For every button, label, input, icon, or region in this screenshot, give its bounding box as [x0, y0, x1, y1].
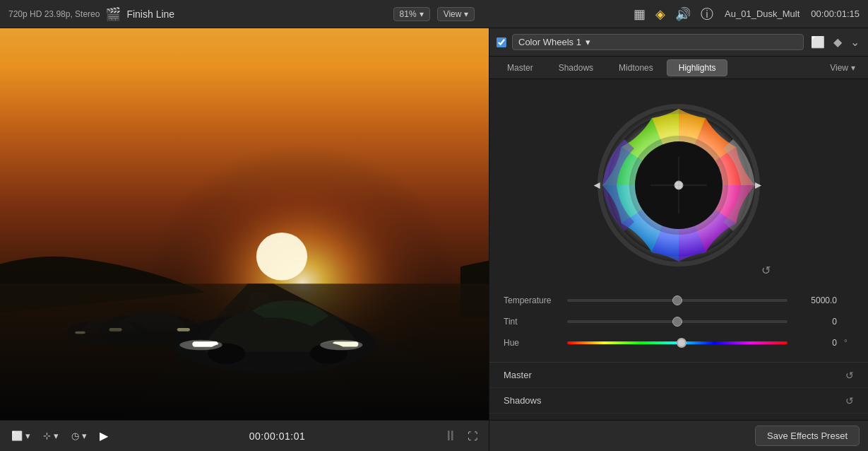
film-icon: 🎬 — [105, 6, 121, 22]
effect-dropdown-chevron: ▾ — [585, 37, 590, 47]
svg-rect-14 — [75, 332, 85, 334]
top-bar: 720p HD 23.98p, Stereo 🎬 Finish Line 81%… — [0, 0, 868, 28]
svg-text:◂: ◂ — [593, 179, 600, 191]
section-row-shadows[interactable]: Shadows ↺ — [489, 388, 868, 414]
play-button[interactable]: ▶ — [97, 428, 111, 444]
save-effects-preset-button[interactable]: Save Effects Preset — [755, 426, 860, 446]
shadows-section-label: Shadows — [504, 395, 845, 406]
svg-text:▸: ▸ — [755, 179, 762, 191]
car-scene-svg — [0, 28, 489, 420]
main-content: ⬜ ▾ ⊹ ▾ ◷ ▾ ▶ 00:00:01:01 ⏸ ⛶ — [0, 28, 868, 451]
effect-name-label: Color Wheels 1 — [518, 37, 581, 47]
effect-actions: ⬜ ◆ ⌄ — [809, 34, 861, 50]
tint-row: Tint 0 — [504, 311, 854, 332]
bottom-bar: Save Effects Preset — [489, 420, 868, 451]
video-controls: ⬜ ▾ ⊹ ▾ ◷ ▾ ▶ 00:00:01:01 ⏸ ⛶ — [0, 420, 489, 451]
color-wheel-container: ◂ ▸ ↺ — [489, 79, 868, 284]
effect-diamond-btn[interactable]: ◆ — [832, 34, 843, 50]
top-bar-right: ▦ ◈ 🔊 ⓘ Au_01_Dusk_Mult 00:00:01:15 — [576, 6, 860, 23]
master-reset-button[interactable]: ↺ — [845, 370, 854, 381]
fullscreen-button[interactable]: ⛶ — [465, 429, 480, 443]
tab-master[interactable]: Master — [495, 59, 545, 76]
top-bar-left: 720p HD 23.98p, Stereo 🎬 Finish Line — [8, 6, 292, 22]
color-wheel-svg[interactable]: ◂ ▸ — [587, 93, 771, 277]
effect-enable-checkbox[interactable] — [497, 37, 506, 47]
sliders-area: Temperature 5000.0 Tint 0 Hue — [489, 284, 868, 362]
zoom-chevron-icon: ▾ — [420, 9, 424, 19]
tab-shadows[interactable]: Shadows — [547, 59, 605, 76]
video-panel: ⬜ ▾ ⊹ ▾ ◷ ▾ ▶ 00:00:01:01 ⏸ ⛶ — [0, 28, 489, 451]
svg-rect-12 — [177, 328, 190, 332]
transform-chevron: ▾ — [54, 430, 59, 441]
play-icon: ▶ — [100, 429, 108, 443]
tab-midtones[interactable]: Midtones — [607, 59, 665, 76]
tint-thumb[interactable] — [672, 317, 682, 327]
temperature-thumb[interactable] — [672, 295, 682, 305]
tab-highlights[interactable]: Highlights — [667, 59, 728, 76]
speed-chevron: ▾ — [82, 430, 87, 441]
temperature-track[interactable] — [567, 299, 787, 302]
master-section-label: Master — [504, 370, 845, 380]
view-control[interactable]: View ▾ — [437, 7, 475, 21]
project-name: Finish Line — [126, 8, 174, 20]
shadows-reset-button[interactable]: ↺ — [845, 395, 854, 406]
section-row-master[interactable]: Master ↺ — [489, 363, 868, 388]
svg-point-16 — [320, 340, 362, 350]
zoom-value: 81% — [400, 9, 417, 19]
svg-point-15 — [179, 340, 222, 350]
hue-value: 0 — [795, 338, 837, 348]
top-icons: ▦ ◈ 🔊 ⓘ — [634, 6, 713, 23]
clip-info: 720p HD 23.98p, Stereo — [8, 9, 100, 19]
zoom-control[interactable]: 81% ▾ — [393, 7, 430, 21]
color-wheel-wrapper[interactable]: ◂ ▸ ↺ — [587, 93, 771, 277]
audio-icon[interactable]: 🔊 — [675, 6, 691, 22]
tint-track[interactable] — [567, 320, 787, 323]
speed-icon: ◷ — [71, 430, 79, 441]
hue-track[interactable] — [567, 341, 787, 344]
right-panel: Color Wheels 1 ▾ ⬜ ◆ ⌄ Master Shadows Mi… — [489, 28, 868, 451]
clip-name: Au_01_Dusk_Mult — [725, 8, 799, 19]
effect-name-dropdown[interactable]: Color Wheels 1 ▾ — [512, 34, 804, 50]
section-rows: Master ↺ Shadows ↺ — [489, 362, 868, 420]
view-tab-chevron: ▾ — [851, 63, 855, 73]
hue-unit: ° — [844, 338, 854, 348]
effect-display-btn[interactable]: ⬜ — [809, 34, 826, 50]
monitor-chevron: ▾ — [25, 430, 30, 441]
transform-btn[interactable]: ⊹ ▾ — [40, 429, 61, 443]
header-timecode: 00:00:01:15 — [811, 8, 860, 19]
video-area — [0, 28, 489, 420]
color-icon[interactable]: ◈ — [655, 6, 665, 22]
wheel-reset-button[interactable]: ↺ — [761, 264, 771, 277]
transform-icon: ⊹ — [43, 430, 51, 441]
effect-more-btn[interactable]: ⌄ — [849, 34, 861, 50]
film-strip-icon[interactable]: ▦ — [634, 6, 646, 22]
temperature-row: Temperature 5000.0 — [504, 290, 854, 311]
monitor-icon: ⬜ — [11, 430, 23, 441]
hue-row: Hue 0 ° — [504, 332, 854, 353]
fullscreen-icon: ⛶ — [468, 430, 477, 442]
speed-btn[interactable]: ◷ ▾ — [69, 429, 90, 443]
monitor-btn[interactable]: ⬜ ▾ — [8, 429, 33, 443]
playback-timecode: 00:00:01:01 — [118, 430, 436, 442]
tint-label: Tint — [504, 317, 560, 327]
info-icon[interactable]: ⓘ — [701, 6, 713, 23]
temperature-label: Temperature — [504, 295, 560, 305]
svg-point-2 — [256, 233, 307, 280]
view-chevron-icon: ▾ — [464, 9, 468, 19]
hue-thumb[interactable] — [677, 338, 686, 348]
tint-value: 0 — [795, 317, 837, 327]
hue-label: Hue — [504, 338, 560, 348]
tab-view[interactable]: View ▾ — [823, 60, 862, 76]
tabs-bar: Master Shadows Midtones Highlights View … — [489, 57, 868, 79]
pause-divider: ⏸ — [444, 428, 458, 444]
view-label: View — [444, 9, 462, 19]
effects-header: Color Wheels 1 ▾ ⬜ ◆ ⌄ — [489, 28, 868, 57]
temperature-value: 5000.0 — [795, 295, 837, 305]
top-bar-center: 81% ▾ View ▾ — [292, 7, 576, 21]
